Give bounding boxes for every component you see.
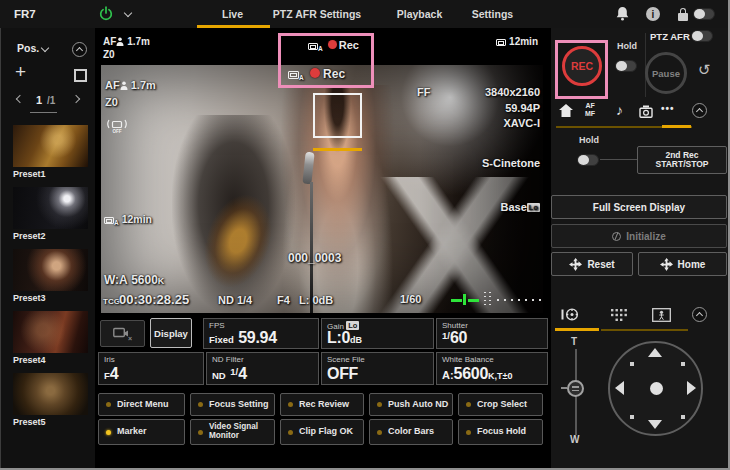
add-preset-button[interactable]: + bbox=[15, 61, 26, 83]
music-note-icon: ♪ bbox=[616, 102, 623, 118]
toggle-knob bbox=[692, 31, 703, 41]
shutter-cell[interactable]: Shutter 1/60 bbox=[436, 318, 548, 349]
statusbar-focus: AF 1.7m bbox=[103, 36, 150, 47]
home-tab[interactable] bbox=[559, 103, 573, 121]
zoom-slider-handle[interactable] bbox=[567, 380, 584, 397]
home-label: Home bbox=[678, 259, 706, 270]
stab-off-label: OFF bbox=[112, 129, 121, 134]
preset-grid-tab[interactable] bbox=[611, 308, 627, 326]
stop-button[interactable] bbox=[74, 69, 87, 82]
tab-live[interactable]: Live bbox=[195, 0, 270, 28]
assign-label: Clip Flag OK bbox=[299, 427, 353, 437]
lock-toggle[interactable] bbox=[693, 8, 715, 20]
pan-right-button[interactable] bbox=[687, 381, 696, 395]
preset-item-1[interactable]: Preset1 bbox=[13, 125, 88, 179]
sidebar-collapse-button[interactable] bbox=[72, 42, 87, 57]
preset-thumbnail-5[interactable] bbox=[13, 373, 88, 415]
assign-rec-review-button[interactable]: Rec Review bbox=[280, 393, 364, 416]
info-button[interactable]: i bbox=[646, 7, 660, 21]
scene-file-value: OFF bbox=[327, 365, 358, 382]
preset-thumbnail-3[interactable] bbox=[13, 249, 88, 291]
full-screen-display-button[interactable]: Full Screen Display bbox=[551, 195, 727, 219]
statusbar-media-remaining: 12min bbox=[496, 36, 538, 47]
assign-push-auto-nd-button[interactable]: Push Auto ND bbox=[369, 393, 453, 416]
assign-focus-setting-button[interactable]: Focus Setting bbox=[190, 393, 275, 416]
initialize-icon bbox=[612, 232, 621, 241]
assign-clip-flag-ok-button[interactable]: Clip Flag OK bbox=[280, 419, 364, 445]
tab-ptz-afr-settings[interactable]: PTZ AFR Settings bbox=[272, 0, 362, 28]
home-button[interactable]: Home bbox=[638, 252, 727, 276]
tilt-down-button[interactable] bbox=[648, 420, 662, 429]
assign-dot bbox=[377, 430, 382, 435]
scene-file-cell[interactable]: Scene File OFF bbox=[321, 352, 434, 385]
af-label: AF bbox=[105, 79, 120, 91]
power-icon bbox=[98, 6, 114, 22]
pan-up-left-button[interactable] bbox=[630, 362, 634, 366]
tab-settings[interactable]: Settings bbox=[465, 0, 520, 28]
nd-value: 4 bbox=[238, 365, 247, 382]
assign-direct-menu-button[interactable]: Direct Menu bbox=[98, 393, 185, 416]
white-balance-cell[interactable]: White Balance A:5600K,T±0 bbox=[436, 352, 548, 385]
chevron-down-icon[interactable] bbox=[124, 9, 132, 17]
tab-playback[interactable]: Playback bbox=[392, 0, 447, 28]
preset-thumbnail-2[interactable] bbox=[13, 187, 88, 229]
preset-item-2[interactable]: Preset2 bbox=[13, 187, 88, 241]
fps-cell[interactable]: FPS Fixed 59.94 bbox=[203, 318, 319, 349]
assign-dot bbox=[198, 402, 203, 407]
joystick-collapse-button[interactable] bbox=[692, 307, 707, 322]
window-border-left bbox=[0, 28, 1, 468]
timecode-label: TCG bbox=[103, 297, 120, 306]
second-rec-start-stop-button[interactable]: 2nd Rec START/STOP bbox=[637, 146, 727, 174]
assign-video-signal-monitor-button[interactable]: Video Signal Monitor bbox=[190, 419, 275, 445]
assign-crop-select-button[interactable]: Crop Select bbox=[458, 393, 543, 416]
ptz-afr-reset-button[interactable]: ↺ bbox=[698, 61, 711, 79]
preset-item-4[interactable]: Preset4 bbox=[13, 311, 88, 365]
reset-button[interactable]: Reset bbox=[551, 252, 633, 276]
toggle-connector bbox=[600, 159, 637, 160]
preset-label-5: Preset5 bbox=[13, 417, 88, 427]
more-tab[interactable]: ••• bbox=[661, 103, 675, 114]
assign-color-bars-button[interactable]: Color Bars bbox=[369, 419, 453, 445]
ptz-afr-label: PTZ AFR bbox=[650, 31, 690, 42]
fr7-live-screen: FR7 Live PTZ AFR Settings Playback Setti… bbox=[0, 0, 730, 470]
preset-item-5[interactable]: Preset5 bbox=[13, 373, 88, 427]
subject-person-icon bbox=[120, 81, 128, 90]
preset-thumbnail-1[interactable] bbox=[13, 125, 88, 167]
display-button[interactable]: Display bbox=[150, 318, 192, 348]
pan-up-right-button[interactable] bbox=[681, 362, 685, 366]
pan-down-left-button[interactable] bbox=[630, 415, 634, 419]
position-group-label[interactable]: Pos. bbox=[17, 42, 39, 54]
white-balance-overlay: W:A 5600K bbox=[104, 273, 164, 287]
focus-afmf-tab[interactable]: AF MF bbox=[585, 102, 595, 117]
assign-focus-hold-button[interactable]: Focus Hold bbox=[458, 419, 543, 445]
pause-button[interactable]: Pause bbox=[645, 52, 687, 94]
media-icon bbox=[496, 39, 506, 46]
nd-filter-cell[interactable]: ND Filter ND 1/4 bbox=[206, 352, 319, 385]
ptz-afr-toggle[interactable] bbox=[691, 30, 713, 42]
pad-center-button[interactable] bbox=[650, 382, 663, 395]
camera-stream-off-button[interactable]: × bbox=[100, 320, 145, 347]
panel-collapse-button[interactable] bbox=[692, 103, 707, 118]
audio-tab[interactable]: ♪ bbox=[616, 102, 623, 118]
assign-marker-button[interactable]: Marker bbox=[98, 419, 185, 445]
statusbar-zoom: Z0 bbox=[103, 49, 115, 60]
gain-cell[interactable]: Gain Lo L:0dB bbox=[321, 318, 434, 349]
framing-tab[interactable] bbox=[652, 308, 671, 326]
notifications-button[interactable] bbox=[616, 6, 629, 25]
preset-item-3[interactable]: Preset3 bbox=[13, 249, 88, 303]
pan-left-button[interactable] bbox=[615, 381, 624, 395]
second-rec-hold-toggle[interactable] bbox=[577, 154, 599, 166]
iris-cell[interactable]: Iris F4 bbox=[98, 352, 204, 385]
move-cross-icon bbox=[660, 258, 673, 271]
initialize-button[interactable]: Initialize bbox=[551, 224, 727, 248]
power-button[interactable] bbox=[98, 6, 114, 22]
preset-thumbnail-4[interactable] bbox=[13, 311, 88, 353]
pan-down-right-button[interactable] bbox=[681, 415, 685, 419]
ptz-joystick-tab[interactable] bbox=[561, 307, 581, 326]
iris-label: Iris bbox=[104, 355, 115, 364]
focus-distance: 1.7m bbox=[127, 36, 150, 47]
slot-a-label: A bbox=[114, 219, 119, 226]
camera-settings-tab[interactable] bbox=[639, 104, 656, 122]
tilt-up-button[interactable] bbox=[648, 348, 662, 357]
rec-hold-toggle[interactable] bbox=[615, 60, 637, 72]
